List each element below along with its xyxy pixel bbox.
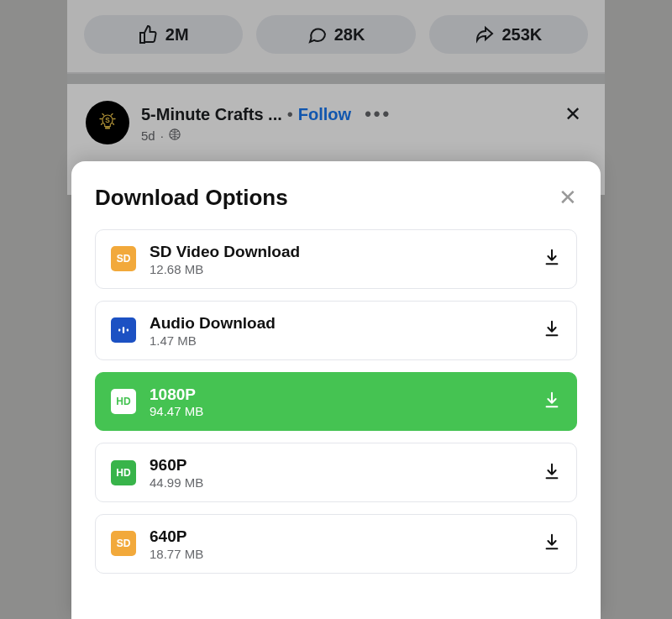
download-options-modal: Download Options ✕ SDSD Video Download12…	[71, 161, 601, 619]
svg-rect-6	[127, 329, 129, 332]
download-option-0[interactable]: SDSD Video Download12.68 MB	[95, 229, 577, 289]
option-text: 1080P94.47 MB	[150, 385, 529, 419]
lightbulb-icon: S	[95, 110, 120, 135]
option-label: 640P	[150, 527, 529, 547]
close-post-button[interactable]: ✕	[559, 102, 586, 127]
svg-rect-4	[118, 329, 120, 332]
svg-text:S: S	[105, 117, 110, 124]
modal-title: Download Options	[95, 185, 288, 211]
globe-icon	[169, 129, 181, 143]
post-title-row: 5-Minute Crafts ... • Follow ••• ✕	[141, 102, 586, 127]
hd-badge-icon: HD	[111, 460, 136, 485]
download-icon	[543, 532, 561, 554]
option-text: 960P44.99 MB	[150, 455, 529, 490]
option-label: 1080P	[150, 385, 529, 405]
avatar[interactable]: S	[86, 101, 129, 144]
option-size: 44.99 MB	[150, 475, 529, 490]
comment-count: 28K	[334, 25, 365, 45]
follow-link[interactable]: Follow	[298, 104, 351, 124]
feed-gap	[67, 74, 605, 84]
comment-icon	[307, 24, 328, 45]
svg-rect-5	[123, 327, 124, 333]
share-button[interactable]: 253K	[429, 15, 588, 54]
option-text: Audio Download1.47 MB	[150, 313, 529, 348]
option-text: 640P18.77 MB	[150, 527, 529, 561]
share-count: 253K	[501, 25, 542, 45]
more-options-button[interactable]: •••	[365, 103, 391, 125]
svg-rect-2	[105, 127, 110, 129]
option-text: SD Video Download12.68 MB	[150, 242, 529, 276]
download-icon	[543, 391, 561, 412]
modal-header: Download Options ✕	[95, 185, 577, 211]
like-count: 2M	[165, 25, 189, 45]
post-sub-row: 5d ·	[141, 129, 586, 143]
download-icon	[543, 462, 561, 484]
options-list: SDSD Video Download12.68 MBAudio Downloa…	[95, 229, 577, 574]
download-option-3[interactable]: HD960P44.99 MB	[95, 443, 577, 502]
sd-badge-icon: SD	[111, 246, 136, 271]
post-meta: 5-Minute Crafts ... • Follow ••• ✕ 5d ·	[141, 102, 586, 143]
share-icon	[475, 24, 495, 45]
option-label: SD Video Download	[150, 242, 529, 262]
option-size: 1.47 MB	[150, 333, 529, 348]
download-option-4[interactable]: SD640P18.77 MB	[95, 514, 577, 574]
hd-white-badge-icon: HD	[111, 389, 136, 414]
sd-badge-icon: SD	[111, 531, 136, 556]
option-size: 12.68 MB	[150, 262, 529, 276]
audio-badge-icon	[111, 317, 136, 343]
like-button[interactable]: 2M	[84, 15, 243, 54]
download-icon	[543, 319, 561, 341]
thumbs-up-icon	[139, 24, 159, 45]
modal-close-button[interactable]: ✕	[559, 185, 577, 211]
engagement-bar: 2M 28K 253K	[67, 0, 605, 74]
post-time: 5d	[141, 129, 155, 143]
download-option-2[interactable]: HD1080P94.47 MB	[95, 372, 577, 432]
download-icon	[543, 248, 561, 270]
separator-dot: ·	[160, 129, 164, 143]
comment-button[interactable]: 28K	[256, 15, 415, 54]
download-option-1[interactable]: Audio Download1.47 MB	[95, 301, 577, 360]
option-size: 18.77 MB	[150, 547, 529, 561]
page-name[interactable]: 5-Minute Crafts ...	[141, 104, 282, 124]
separator-dot: •	[287, 104, 293, 124]
option-label: Audio Download	[150, 313, 529, 333]
option-label: 960P	[150, 455, 529, 475]
option-size: 94.47 MB	[150, 404, 529, 418]
